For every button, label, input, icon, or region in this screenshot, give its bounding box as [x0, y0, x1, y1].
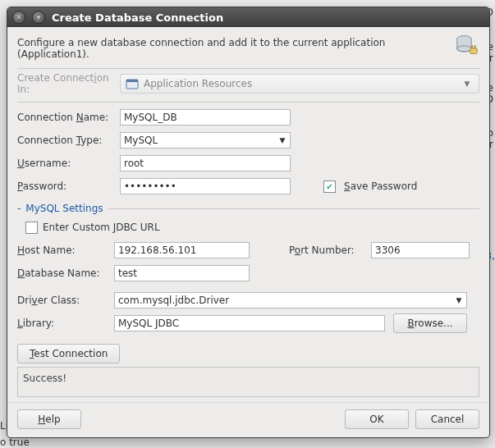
dialog: ✕ ▾ Create Database Connection Configure…	[7, 7, 490, 438]
port-number-input[interactable]	[371, 242, 470, 258]
host-name-label: Host Name:	[17, 245, 106, 256]
close-icon[interactable]: ✕	[12, 11, 25, 24]
save-password-label: Save Password	[344, 181, 417, 192]
svg-rect-2	[470, 48, 478, 54]
ok-button[interactable]: OK	[345, 409, 409, 429]
intro-text: Configure a new database connection and …	[17, 34, 450, 60]
mysql-settings-header: -MySQL Settings	[17, 203, 479, 214]
chevron-down-icon[interactable]: ▼	[452, 294, 465, 307]
svg-rect-6	[126, 80, 138, 82]
window-title: Create Database Connection	[52, 11, 223, 24]
browse-button[interactable]: Browse...	[393, 313, 467, 333]
driver-class-label: Driver Class:	[17, 295, 106, 306]
create-in-value: Application Resources	[144, 78, 252, 89]
chevron-down-icon: ▼	[461, 76, 474, 91]
connection-name-input[interactable]	[120, 109, 291, 126]
create-in-combo: Application Resources ▼	[120, 74, 479, 94]
button-bar: Help OK Cancel	[7, 402, 489, 437]
bg-text: o true	[0, 437, 30, 448]
save-password-checkbox[interactable]: ✔	[323, 181, 336, 193]
connection-name-label: Connection Name:	[17, 112, 112, 123]
password-label: Password:	[17, 181, 112, 192]
minimize-icon[interactable]: ▾	[32, 11, 45, 24]
username-input[interactable]	[120, 155, 291, 171]
port-number-label: Port Number:	[289, 245, 363, 256]
library-input[interactable]	[114, 315, 385, 331]
custom-jdbc-label: Enter Custom JDBC URL	[43, 222, 160, 233]
connection-type-value[interactable]	[120, 132, 291, 149]
password-input[interactable]	[120, 178, 291, 194]
svg-rect-3	[471, 45, 473, 48]
test-connection-button[interactable]: Test Connection	[17, 344, 120, 363]
create-in-label: Create Connection In:	[17, 72, 112, 95]
username-label: Username:	[17, 158, 112, 169]
database-plug-icon	[455, 34, 479, 57]
connection-type-combo[interactable]: ▼	[120, 132, 291, 149]
driver-class-combo[interactable]: ▼	[114, 292, 467, 309]
cancel-button[interactable]: Cancel	[415, 409, 479, 429]
application-icon	[126, 78, 139, 89]
driver-class-input[interactable]	[114, 292, 467, 309]
database-name-input[interactable]	[114, 265, 250, 281]
test-result-box: Success!	[17, 367, 479, 397]
custom-jdbc-checkbox[interactable]	[25, 222, 38, 234]
connection-type-label: Connection Type:	[17, 135, 112, 146]
host-name-input[interactable]	[114, 242, 250, 258]
database-name-label: Database Name:	[17, 267, 106, 279]
svg-rect-4	[474, 45, 476, 48]
titlebar[interactable]: ✕ ▾ Create Database Connection	[7, 7, 489, 27]
chevron-down-icon[interactable]: ▼	[276, 134, 289, 147]
library-label: Library:	[17, 318, 106, 329]
help-button[interactable]: Help	[17, 409, 81, 429]
